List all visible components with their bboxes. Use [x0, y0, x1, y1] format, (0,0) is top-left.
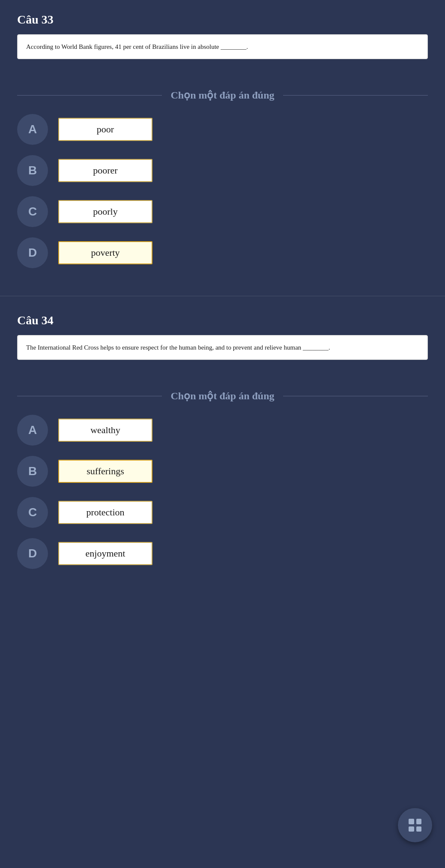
- option-34-a-circle: A: [17, 415, 48, 446]
- question-34-title: Câu 34: [17, 314, 428, 327]
- option-33-d-answer[interactable]: poverty: [58, 241, 152, 264]
- option-34-b[interactable]: B sufferings: [17, 456, 428, 487]
- question-34-section-label: Chọn một đáp án đúng: [162, 390, 283, 402]
- option-34-d-letter: D: [28, 547, 37, 560]
- question-33-text: According to World Bank figures, 41 per …: [17, 34, 428, 59]
- grid-cell-1: [409, 819, 414, 824]
- question-33-section-label: Chọn một đáp án đúng: [162, 89, 283, 101]
- option-33-a-circle: A: [17, 114, 48, 145]
- question-33-divider-row: Chọn một đáp án đúng: [0, 89, 445, 101]
- grid-cell-4: [416, 826, 422, 832]
- divider-line-34-right: [283, 396, 428, 396]
- option-33-b-circle: B: [17, 155, 48, 186]
- option-33-b-answer[interactable]: poorer: [58, 159, 152, 182]
- question-34-section: Câu 34 The International Red Cross helps…: [0, 301, 445, 377]
- option-34-c-circle: C: [17, 497, 48, 528]
- section-divider: [0, 296, 445, 296]
- question-33-options: A poor B poorer C poorly D poverty: [0, 110, 445, 291]
- option-34-c-letter: C: [28, 506, 37, 519]
- option-34-c[interactable]: C protection: [17, 497, 428, 528]
- option-34-b-circle: B: [17, 456, 48, 487]
- option-34-a-letter: A: [28, 423, 37, 437]
- option-34-d[interactable]: D enjoyment: [17, 538, 428, 569]
- option-34-c-answer[interactable]: protection: [58, 501, 152, 524]
- option-34-d-answer[interactable]: enjoyment: [58, 542, 152, 565]
- option-33-b-letter: B: [28, 164, 37, 177]
- option-33-c-letter: C: [28, 205, 37, 218]
- option-33-a-letter: A: [28, 123, 37, 136]
- question-34-text: The International Red Cross helps to ens…: [17, 335, 428, 360]
- option-33-c[interactable]: C poorly: [17, 196, 428, 227]
- divider-line-right: [283, 95, 428, 96]
- option-33-a-answer[interactable]: poor: [58, 118, 152, 141]
- divider-line-34-left: [17, 396, 162, 396]
- question-33-title: Câu 33: [17, 13, 428, 27]
- option-34-d-circle: D: [17, 538, 48, 569]
- grid-cell-3: [409, 826, 414, 832]
- option-33-a[interactable]: A poor: [17, 114, 428, 145]
- option-34-b-letter: B: [28, 464, 37, 478]
- option-34-a-answer[interactable]: wealthy: [58, 419, 152, 442]
- option-33-d-letter: D: [28, 246, 37, 260]
- question-34-options: A wealthy B sufferings C protection D en…: [0, 410, 445, 592]
- fab-grid-button[interactable]: [398, 808, 432, 842]
- divider-line-left: [17, 95, 162, 96]
- grid-cell-2: [416, 819, 422, 824]
- option-34-b-answer[interactable]: sufferings: [58, 460, 152, 483]
- option-34-a[interactable]: A wealthy: [17, 415, 428, 446]
- option-33-c-answer[interactable]: poorly: [58, 200, 152, 223]
- option-33-b[interactable]: B poorer: [17, 155, 428, 186]
- option-33-c-circle: C: [17, 196, 48, 227]
- option-33-d[interactable]: D poverty: [17, 237, 428, 268]
- option-33-d-circle: D: [17, 237, 48, 268]
- question-34-divider-row: Chọn một đáp án đúng: [0, 390, 445, 402]
- question-33-section: Câu 33 According to World Bank figures, …: [0, 0, 445, 76]
- grid-icon: [409, 819, 421, 832]
